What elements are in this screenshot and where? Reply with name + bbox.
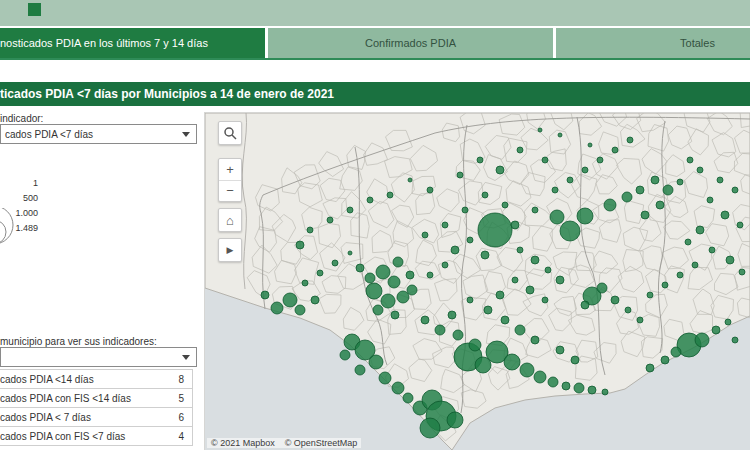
sidebar: indicador: cados PDIA <7 días 1 500 1.00… bbox=[0, 113, 200, 450]
logo-mark bbox=[28, 3, 41, 16]
size-legend-value: 500 bbox=[0, 191, 38, 206]
search-icon bbox=[223, 126, 237, 140]
row-label: cados PDIA con FIS <14 días bbox=[0, 393, 166, 404]
mapbox-attribution-link[interactable]: © 2021 Mapbox bbox=[211, 438, 275, 448]
home-icon: ⌂ bbox=[226, 213, 234, 228]
tab-label: Confirmados PDIA bbox=[365, 37, 456, 49]
indicator-table: cados PDIA <14 días 8 cados PDIA con FIS… bbox=[0, 369, 193, 446]
zoom-out-button[interactable]: − bbox=[219, 181, 241, 202]
indicator-label: indicador: bbox=[0, 113, 43, 124]
map-pane[interactable]: + − ⌂ ▶ © 2021 Mapbox © OpenStreetMap bbox=[205, 113, 750, 450]
indicator-dropdown-value: cados PDIA <7 días bbox=[5, 129, 93, 140]
row-label: cados PDIA con FIS <7 días bbox=[0, 431, 166, 442]
tab-totales[interactable]: Totales bbox=[556, 28, 750, 58]
tab-label: nosticados PDIA en los últimos 7 y 14 dí… bbox=[0, 37, 208, 49]
chevron-down-icon bbox=[182, 355, 190, 360]
home-button[interactable]: ⌂ bbox=[218, 208, 242, 232]
expand-arrow-icon: ▶ bbox=[227, 245, 234, 255]
chevron-down-icon bbox=[182, 132, 190, 137]
header-band bbox=[0, 0, 750, 26]
row-label: cados PDIA < 7 días bbox=[0, 412, 166, 423]
row-value: 5 bbox=[166, 393, 192, 404]
tab-label: Totales bbox=[680, 37, 715, 49]
tab-diagnosticados-pdia[interactable]: nosticados PDIA en los últimos 7 y 14 dí… bbox=[0, 28, 265, 58]
zoom-out-icon: − bbox=[226, 183, 234, 198]
table-row[interactable]: cados PDIA con FIS <7 días 4 bbox=[0, 427, 192, 446]
osm-attribution-link[interactable]: © OpenStreetMap bbox=[285, 438, 358, 448]
bubble-map[interactable] bbox=[205, 113, 750, 450]
municipio-dropdown[interactable] bbox=[0, 347, 197, 367]
row-label: cados PDIA <14 días bbox=[0, 374, 166, 385]
municipio-label: municipio para ver sus indicadores: bbox=[0, 336, 157, 347]
page-title-text: ticados PDIA <7 días por Municipios a 14… bbox=[0, 87, 334, 101]
table-row[interactable]: cados PDIA con FIS <14 días 5 bbox=[0, 389, 192, 408]
table-row[interactable]: cados PDIA < 7 días 6 bbox=[0, 408, 192, 427]
table-row[interactable]: cados PDIA <14 días 8 bbox=[0, 370, 192, 389]
tab-underline bbox=[0, 58, 750, 60]
row-value: 8 bbox=[166, 374, 192, 385]
indicator-dropdown[interactable]: cados PDIA <7 días bbox=[0, 124, 197, 144]
expand-button[interactable]: ▶ bbox=[218, 238, 242, 262]
row-value: 6 bbox=[166, 412, 192, 423]
zoom-in-button[interactable]: + bbox=[219, 159, 241, 180]
zoom-in-icon: + bbox=[226, 162, 234, 177]
zoom-controls: + − bbox=[218, 158, 242, 202]
tab-confirmados-pdia[interactable]: Confirmados PDIA bbox=[268, 28, 553, 58]
dashboard: nosticados PDIA en los últimos 7 y 14 dí… bbox=[0, 0, 750, 450]
size-legend-value: 1 bbox=[0, 176, 38, 191]
search-button[interactable] bbox=[218, 121, 242, 145]
map-attribution: © 2021 Mapbox © OpenStreetMap bbox=[207, 438, 361, 448]
size-legend-circles bbox=[0, 208, 14, 248]
page-title: ticados PDIA <7 días por Municipios a 14… bbox=[0, 82, 750, 106]
row-value: 4 bbox=[166, 431, 192, 442]
land-shape bbox=[205, 113, 750, 450]
